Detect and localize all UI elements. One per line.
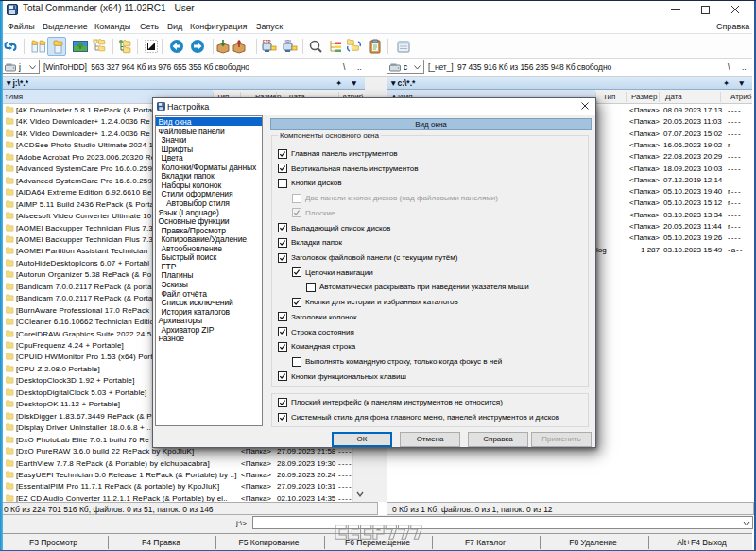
svg-text:FTP: FTP [263, 40, 271, 44]
svg-text:URL: URL [284, 40, 292, 44]
